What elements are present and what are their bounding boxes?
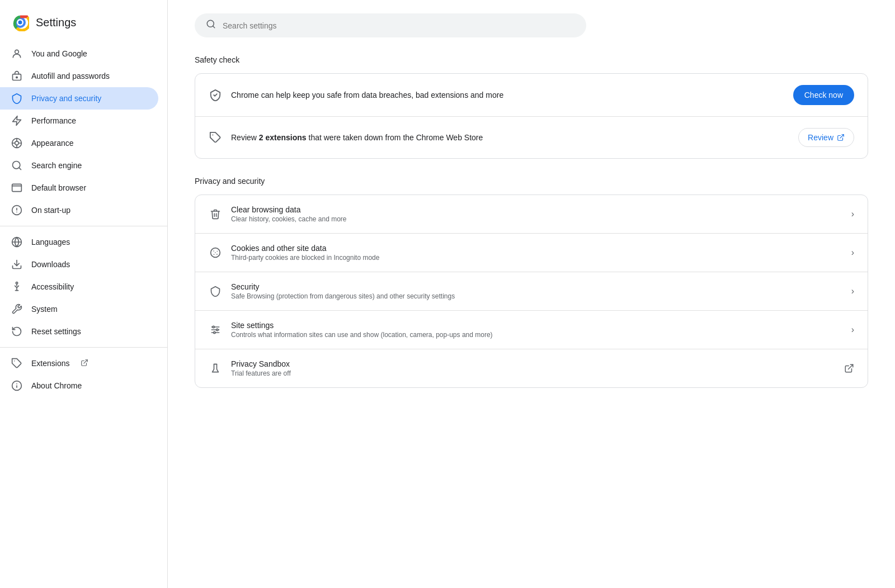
svg-point-38 xyxy=(213,326,214,328)
sidebar-item-label-performance: Performance xyxy=(31,116,76,125)
safety-check-breach-text: Chrome can help keep you safe from data … xyxy=(231,91,784,99)
sidebar-item-autofill-and-passwords[interactable]: Autofill and passwords xyxy=(0,65,158,87)
clear-browsing-data-row[interactable]: Clear browsing data Clear history, cooki… xyxy=(195,195,868,234)
security-row[interactable]: Security Safe Browsing (protection from … xyxy=(195,272,868,311)
reset-settings-icon xyxy=(11,326,22,337)
sidebar-item-languages[interactable]: Languages xyxy=(0,231,158,253)
svg-line-42 xyxy=(849,364,853,369)
safety-check-data-breach-row: Chrome can help keep you safe from data … xyxy=(195,74,868,117)
svg-point-4 xyxy=(18,21,22,25)
sidebar-item-performance[interactable]: Performance xyxy=(0,110,158,132)
sidebar-item-label-accessibility: Accessibility xyxy=(31,282,74,291)
search-bar-container xyxy=(195,13,868,37)
privacy-sandbox-row[interactable]: Privacy Sandbox Trial features are off xyxy=(195,349,868,387)
review-button[interactable]: Review xyxy=(798,128,854,147)
sidebar-item-you-and-google[interactable]: You and Google xyxy=(0,42,158,65)
sidebar-item-default-browser[interactable]: Default browser xyxy=(0,177,158,199)
cookie-icon xyxy=(209,246,222,259)
main-content: Safety check Chrome can help keep you sa… xyxy=(168,0,895,588)
cookies-title: Cookies and other site data xyxy=(231,244,842,253)
sidebar-divider-on-startup xyxy=(0,226,167,226)
system-icon xyxy=(11,304,22,315)
languages-icon xyxy=(11,236,22,248)
svg-point-9 xyxy=(15,141,19,145)
autofill-and-passwords-icon xyxy=(11,70,22,82)
svg-point-7 xyxy=(16,77,18,78)
svg-line-15 xyxy=(19,168,21,170)
privacy-and-security-icon xyxy=(11,93,22,104)
extensions-icon xyxy=(11,358,22,369)
security-subtitle: Safe Browsing (protection from dangerous… xyxy=(231,292,842,300)
sidebar-nav: You and GoogleAutofill and passwordsPriv… xyxy=(0,42,167,397)
search-icon xyxy=(206,19,216,32)
cookies-row[interactable]: Cookies and other site data Third-party … xyxy=(195,234,868,272)
privacy-sandbox-title: Privacy Sandbox xyxy=(231,359,835,368)
sidebar-item-search-engine[interactable]: Search engine xyxy=(0,154,158,177)
clear-browsing-data-text: Clear browsing data Clear history, cooki… xyxy=(231,205,842,223)
safety-check-section: Safety check Chrome can help keep you sa… xyxy=(195,55,868,159)
svg-point-40 xyxy=(214,331,215,333)
security-arrow: › xyxy=(851,286,854,296)
sidebar-item-on-startup[interactable]: On start-up xyxy=(0,199,158,221)
sidebar-item-label-reset-settings: Reset settings xyxy=(31,327,81,336)
sidebar-item-label-downloads: Downloads xyxy=(31,260,70,269)
sidebar-item-label-search-engine: Search engine xyxy=(31,161,82,170)
sidebar-item-about-chrome[interactable]: About Chrome xyxy=(0,374,158,397)
downloads-icon xyxy=(11,259,22,270)
accessibility-icon xyxy=(11,281,22,292)
svg-line-33 xyxy=(840,135,844,138)
about-chrome-icon xyxy=(11,380,22,391)
search-input[interactable] xyxy=(223,21,575,30)
puzzle-icon xyxy=(209,131,222,144)
you-and-google-icon xyxy=(11,48,22,59)
sidebar-item-label-you-and-google: You and Google xyxy=(31,49,87,58)
cookies-text: Cookies and other site data Third-party … xyxy=(231,244,842,262)
sidebar-item-appearance[interactable]: Appearance xyxy=(0,132,158,154)
sidebar-item-label-default-browser: Default browser xyxy=(31,183,86,192)
security-title: Security xyxy=(231,282,842,291)
safety-check-extensions-text: Review 2 extensions that were taken down… xyxy=(231,133,789,142)
clear-browsing-data-arrow: › xyxy=(851,209,854,219)
performance-icon xyxy=(11,115,22,126)
appearance-icon xyxy=(11,137,22,149)
privacy-sandbox-subtitle: Trial features are off xyxy=(231,369,835,377)
cookies-arrow: › xyxy=(851,248,854,258)
sidebar-item-label-on-startup: On start-up xyxy=(31,206,70,215)
external-link-icon xyxy=(837,134,845,141)
privacy-security-card: Clear browsing data Clear history, cooki… xyxy=(195,195,868,388)
clear-browsing-data-subtitle: Clear history, cookies, cache and more xyxy=(231,215,842,223)
sidebar-item-label-autofill-and-passwords: Autofill and passwords xyxy=(31,72,110,80)
shield-check-icon xyxy=(209,88,222,102)
sidebar-divider-reset-settings xyxy=(0,347,167,348)
sidebar-item-label-extensions: Extensions xyxy=(31,359,69,368)
privacy-security-section: Privacy and security Clear browsing data… xyxy=(195,177,868,388)
sidebar: Settings You and GoogleAutofill and pass… xyxy=(0,0,168,588)
svg-rect-16 xyxy=(12,184,22,191)
svg-point-39 xyxy=(216,329,218,330)
safety-check-extensions-row: Review 2 extensions that were taken down… xyxy=(195,117,868,158)
security-shield-icon xyxy=(209,284,222,298)
sliders-icon xyxy=(209,323,222,336)
sidebar-item-label-system: System xyxy=(31,305,58,314)
sidebar-header: Settings xyxy=(0,9,167,42)
safety-check-title: Safety check xyxy=(195,55,868,64)
sidebar-item-accessibility[interactable]: Accessibility xyxy=(0,276,158,298)
sidebar-item-privacy-and-security[interactable]: Privacy and security xyxy=(0,87,158,110)
sidebar-item-label-about-chrome: About Chrome xyxy=(31,381,82,390)
sidebar-item-label-languages: Languages xyxy=(31,238,70,246)
sidebar-item-system[interactable]: System xyxy=(0,298,158,320)
sidebar-item-label-appearance: Appearance xyxy=(31,139,74,148)
sidebar-item-reset-settings[interactable]: Reset settings xyxy=(0,320,158,343)
sidebar-item-label-privacy-and-security: Privacy and security xyxy=(31,94,101,103)
privacy-sandbox-text: Privacy Sandbox Trial features are off xyxy=(231,359,835,377)
default-browser-icon xyxy=(11,182,22,193)
sidebar-item-downloads[interactable]: Downloads xyxy=(0,253,158,276)
site-settings-row[interactable]: Site settings Controls what information … xyxy=(195,311,868,349)
chrome-logo-icon xyxy=(11,13,29,31)
site-settings-title: Site settings xyxy=(231,321,842,330)
site-settings-arrow: › xyxy=(851,325,854,335)
search-bar xyxy=(195,13,586,37)
check-now-button[interactable]: Check now xyxy=(793,85,854,105)
svg-line-26 xyxy=(84,359,87,363)
sidebar-item-extensions[interactable]: Extensions xyxy=(0,352,158,374)
